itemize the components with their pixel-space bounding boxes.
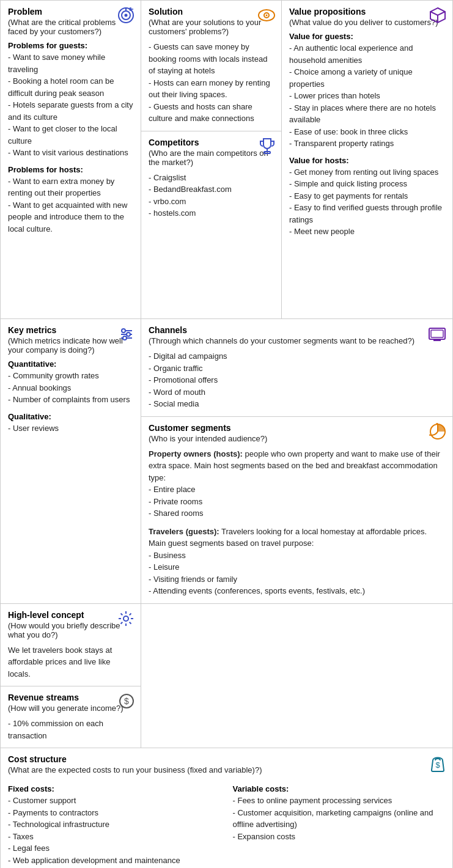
cost-structure-cell: $ Cost structure (What are the expected … [1,748,452,868]
box-icon [429,7,446,24]
problem-cell: Problem (What are the critical problems … [1,1,141,318]
revenue-cell: $ Revenue streams (How will you generate… [1,686,141,748]
cost-fixed-label: Fixed costs: [8,784,221,793]
revenue-content: - 10% commission on each transaction [8,718,133,741]
svg-point-24 [123,616,128,621]
channels-cell: Channels (Through which channels do your… [141,319,452,417]
svg-point-16 [122,329,125,333]
segments-guests-label: Travelers (guests): [149,527,219,536]
problem-title: Problem [8,7,133,17]
segments-title: Customer segments [149,423,445,433]
cost-subtitle: (What are the expected costs to run your… [8,765,445,774]
revenue-title: Revenue streams [8,693,133,702]
value-title: Value propositions [289,7,445,17]
value-propositions-cell: Value propositions (What value do you de… [282,1,452,318]
svg-line-4 [129,9,130,10]
problem-hosts-label: Problems for hosts: [8,165,133,174]
svg-point-18 [123,336,127,340]
segments-hosts-text: people who own property and want to make… [149,449,440,518]
channels-content: - Digital ad campaigns - Organic traffic… [149,350,445,410]
svg-text:$: $ [124,696,129,706]
eye-icon [258,7,275,23]
competitors-title: Competitors [149,138,274,147]
svg-rect-10 [264,152,270,153]
solution-content: - Guests can save money by booking rooms… [149,41,274,125]
business-model-canvas: Problem (What are the critical problems … [0,0,453,868]
gear-icon [117,610,134,627]
pie-icon [429,423,446,440]
row3-right-spacer [141,604,452,748]
target-icon [117,7,134,24]
channels-title: Channels [149,325,445,335]
svg-point-2 [125,14,128,17]
row-3: High-level concept (How would you briefl… [1,604,452,749]
cost-variable-content: - Fees to online payment processing serv… [233,795,446,842]
channels-customers-col: Channels (Through which channels do your… [141,319,452,603]
metrics-title: Key metrics [8,325,133,335]
highlevel-title: High-level concept [8,610,133,620]
problem-hosts-content: - Want to earn extra money by renting ou… [8,175,133,235]
cost-fixed-content: - Customer support - Payments to contrac… [8,795,221,866]
svg-text:$: $ [435,760,440,770]
metrics-subtitle: (Which metrics indicate how well your co… [8,336,133,355]
value-hosts-content: - Get money from renting out living spac… [289,166,445,238]
problem-guests-label: Problems for guests: [8,41,133,50]
competitors-subtitle: (Who are the main competitors on the mar… [149,149,274,167]
metrics-qualitative-label: Qualitative: [8,412,133,421]
value-hosts-label: Value for hosts: [289,156,445,165]
solution-competitors-col: Solution (What are your solutions to you… [141,1,282,318]
cost-variable-col: Variable costs: - Fees to online payment… [233,779,446,866]
problem-guests-content: - Want to save money while traveling - B… [8,51,133,159]
trophy-icon [259,138,275,155]
segments-subtitle: (Who is your intended audience?) [149,434,445,443]
highlevel-subtitle: (How would you briefly describe what you… [8,621,133,639]
metrics-qualitative-content: - User reviews [8,422,133,435]
metrics-quantitative-label: Quantitative: [8,359,133,369]
svg-point-8 [266,15,268,17]
customer-segments-cell: Customer segments (Who is your intended … [141,417,452,603]
competitors-cell: Competitors (Who are the main competitor… [141,131,281,226]
cost-columns: Fixed costs: - Customer support - Paymen… [8,779,445,866]
value-subtitle: (What value do you deliver to customers?… [289,18,445,27]
competitors-content: - Craigslist - BedandBreakfast.com - vrb… [149,172,274,219]
segments-guests-text: Travelers looking for a local homestay a… [149,527,427,596]
solution-subtitle: (What are your solutions to your custome… [149,18,274,36]
problem-subtitle: (What are the critical problems faced by… [8,18,133,36]
solution-cell: Solution (What are your solutions to you… [141,1,281,131]
segments-hosts-label: Property owners (hosts): [149,449,243,458]
highlevel-revenue-col: High-level concept (How would you briefl… [1,604,141,748]
segments-guests-content: Travelers (guests): Travelers looking fo… [149,526,445,597]
revenue-subtitle: (How will you generate income?) [8,704,133,713]
value-guests-label: Value for guests: [289,32,445,41]
cost-variable-label: Variable costs: [233,784,446,793]
key-metrics-cell: Key metrics (Which metrics indicate how … [1,319,141,603]
row-2: Key metrics (Which metrics indicate how … [1,319,452,604]
tv-icon [428,325,446,342]
svg-rect-22 [431,330,443,337]
svg-point-17 [127,333,130,336]
segments-hosts-content: Property owners (hosts): people who own … [149,448,445,520]
cost-fixed-col: Fixed costs: - Customer support - Paymen… [8,779,221,866]
value-guests-content: - An authentic local experience and hous… [289,42,445,150]
high-level-cell: High-level concept (How would you briefl… [1,604,141,687]
channels-subtitle: (Through which channels do your customer… [149,336,445,345]
metrics-quantitative-content: - Community growth rates - Annual bookin… [8,370,133,406]
solution-title: Solution [149,7,274,17]
row-4: $ Cost structure (What are the expected … [1,748,452,868]
dollar-icon: $ [119,693,134,709]
sliders-icon [119,325,134,342]
cost-title: Cost structure [8,754,445,764]
highlevel-content: We let travelers book stays at affordabl… [8,644,133,680]
row-1: Problem (What are the critical problems … [1,1,452,319]
bag-icon: $ [429,754,446,773]
